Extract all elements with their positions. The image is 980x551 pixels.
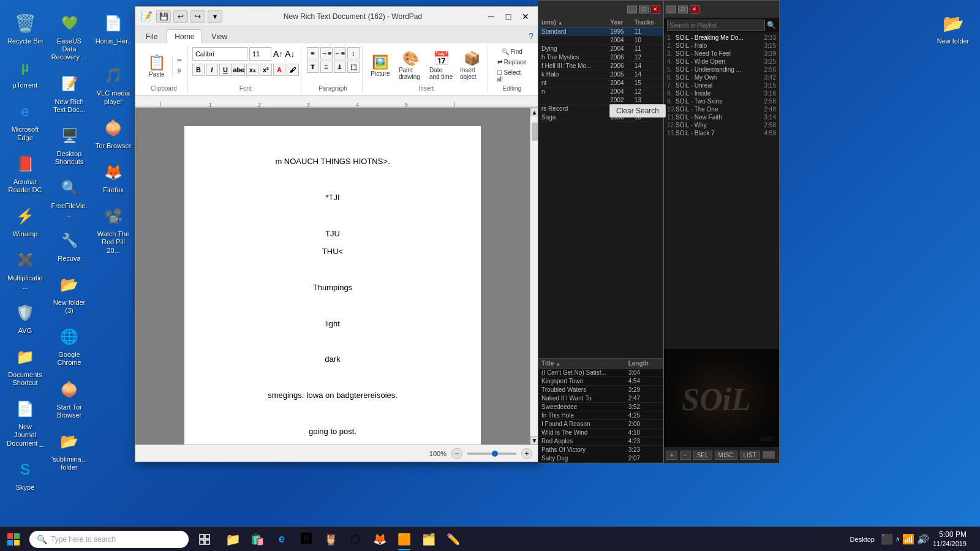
misc-btn[interactable]: MISC — [715, 451, 737, 460]
minimize-button[interactable]: ─ — [483, 10, 499, 23]
bottom-track-row[interactable]: Troubled Waters3:29 — [538, 386, 663, 394]
maximize-button[interactable]: □ — [500, 10, 516, 23]
bottom-track-row[interactable]: Salty Dog2:07 — [538, 454, 663, 463]
playlist-track-item[interactable]: 12.SOiL - Why2:58 — [664, 121, 779, 129]
document-page[interactable]: m NOAUCH THINGS HIOTNS>. *TJI TJU THU< T… — [184, 126, 481, 444]
close-button[interactable]: ✕ — [518, 10, 533, 23]
date-time-button[interactable]: 📅 Date and time — [428, 47, 455, 84]
qat-more-btn[interactable]: ▾ — [208, 10, 222, 23]
playlist-track-item[interactable]: 1.SOiL - Breaking Me Do...2:33 — [664, 34, 779, 42]
align-right-btn[interactable]: ⫫ — [334, 61, 346, 73]
icon-winamp[interactable]: ⚡ Winamp — [4, 200, 46, 242]
playlist-track-item[interactable]: 4.SOiL - Wide Open3:25 — [664, 58, 779, 66]
bottom-track-row[interactable]: I Found A Reason2:00 — [538, 420, 663, 429]
replace-button[interactable]: ⇄ Replace — [495, 58, 529, 67]
indent-decrease-btn[interactable]: ←≡ — [334, 47, 346, 59]
tray-network-icon[interactable]: 📶 — [902, 533, 914, 545]
playlist-track-item[interactable]: 8.SOiL - Inside3:16 — [664, 89, 779, 97]
icon-vlc[interactable]: 🎵 VLC media player — [92, 59, 134, 109]
playlist-track-item[interactable]: 11.SOiL - New Faith3:14 — [664, 113, 779, 121]
year-col-header[interactable]: Year — [607, 18, 631, 28]
justify-btn[interactable]: ⬚ — [347, 61, 360, 73]
tb-wordpad[interactable]: 🟧 — [392, 527, 417, 552]
playlist-track-item[interactable]: 10.SOiL - The One2:48 — [664, 105, 779, 113]
playlist-track-item[interactable]: 6.SOiL - My Own3:42 — [664, 73, 779, 81]
icon-google-chrome[interactable]: 🌐 Google Chrome — [48, 321, 90, 370]
tracks-col-header[interactable]: Tracks — [631, 18, 663, 28]
subscript-button[interactable]: x₂ — [246, 64, 258, 76]
bottom-track-row[interactable]: Kingsport Town4:54 — [538, 377, 663, 386]
ml-minimize-btn[interactable]: _ — [627, 6, 637, 13]
album-table-container[interactable]: ums) ▲ Year Tracks Standard199511200410D… — [538, 18, 663, 358]
length-col-header[interactable]: Length — [625, 359, 663, 369]
superscript-button[interactable]: x² — [260, 64, 272, 76]
tb-wacom[interactable]: ✏️ — [441, 527, 466, 552]
mr-close-btn[interactable]: ✕ — [690, 6, 699, 13]
playlist-track-item[interactable]: 7.SOiL - Unreal3:15 — [664, 81, 779, 89]
album-row[interactable]: k Halo200514 — [538, 70, 663, 79]
icon-tor-browser[interactable]: 🧅 Tor Browser — [92, 112, 134, 154]
desktop-label[interactable]: Desktop — [850, 536, 875, 543]
tb-edge[interactable]: e — [270, 527, 294, 552]
playlist-track-item[interactable]: 5.SOiL - Understanding ...2:56 — [664, 66, 779, 73]
icon-recuva[interactable]: 🔧 Recuva — [48, 225, 90, 266]
remove-btn[interactable]: − — [680, 451, 691, 460]
tb-file-explorer[interactable]: 📁 — [221, 527, 245, 552]
bottom-track-row[interactable]: Wild Is The Wind4:10 — [538, 429, 663, 437]
playlist-search-icon[interactable]: 🔍 — [767, 21, 776, 29]
font-name-input[interactable] — [192, 47, 247, 61]
align-center-btn[interactable]: ≡ — [320, 61, 333, 73]
tb-store[interactable]: 🛍️ — [245, 527, 270, 552]
add-btn[interactable]: + — [666, 451, 677, 460]
album-row[interactable]: 200213 — [538, 96, 663, 105]
bottom-track-row[interactable]: Sweedeedee3:52 — [538, 403, 663, 411]
tab-file[interactable]: File — [138, 29, 165, 43]
italic-button[interactable]: I — [206, 64, 218, 76]
align-left-btn[interactable]: ⫪ — [307, 61, 319, 73]
strikethrough-button[interactable]: abc — [233, 64, 245, 76]
tray-volume-icon[interactable]: 🔊 — [917, 533, 929, 545]
album-row[interactable]: nt200415 — [538, 79, 663, 88]
album-row[interactable]: Dying200411 — [538, 45, 663, 53]
icon-multiplication[interactable]: ✖️ Multiplicatio... — [4, 244, 46, 294]
icon-avg[interactable]: 🛡️ AVG — [4, 297, 46, 339]
icon-easedata[interactable]: 💚 EaseUS Data Recovery ... — [48, 7, 90, 66]
vol-slider[interactable] — [763, 451, 775, 459]
icon-recycle-bin[interactable]: 🗑️ Recycle Bin — [4, 7, 46, 49]
start-button[interactable] — [0, 527, 27, 552]
tb-explorer2[interactable]: 🗂️ — [417, 527, 441, 552]
line-spacing-btn[interactable]: ↕ — [347, 47, 360, 59]
icon-desktop-shortcuts[interactable]: 🖥️ Desktop Shortcuts — [48, 120, 90, 170]
tb-firefox[interactable]: 🦊 — [368, 527, 392, 552]
bottom-track-row[interactable]: In This Hole4:25 — [538, 411, 663, 420]
list-button[interactable]: ≡ — [307, 47, 319, 59]
tray-expand-icon[interactable]: ∧ — [895, 536, 900, 542]
zoom-slider[interactable] — [467, 452, 516, 455]
font-size-input[interactable] — [249, 47, 271, 61]
system-clock[interactable]: 5:00 PM 11/24/2019 — [933, 530, 967, 549]
task-view-button[interactable] — [191, 527, 218, 552]
mr-maximize-btn[interactable]: □ — [678, 6, 688, 13]
document-scroll[interactable]: m NOAUCH THINGS HIOTNS>. *TJI TJU THU< T… — [135, 108, 530, 444]
icon-new-rich-text[interactable]: 📝 New Rich Text Doc... — [48, 68, 90, 118]
tb-origin[interactable]: ⬡ — [343, 527, 368, 552]
ml-maximize-btn[interactable]: □ — [639, 6, 649, 13]
icon-sublimina[interactable]: 📂 'sublimina... folder — [48, 425, 90, 475]
qat-undo-btn[interactable]: ↩ — [173, 10, 188, 23]
tb-amazon[interactable]: 🅰 — [294, 527, 318, 552]
vertical-scrollbar[interactable]: ▲ ▼ — [530, 108, 538, 444]
cut-button[interactable]: ✂ — [175, 56, 184, 65]
playlist-track-item[interactable]: 9.SOiL - Two Skins2:58 — [664, 97, 779, 105]
tray-winstep-icon[interactable]: ⬛ — [881, 533, 893, 545]
icon-utorrent[interactable]: µ µTorrent — [4, 51, 46, 93]
zoom-in-button[interactable]: + — [521, 448, 532, 459]
underline-button[interactable]: U — [219, 64, 232, 76]
qat-redo-btn[interactable]: ↪ — [190, 10, 205, 23]
sel-btn[interactable]: SEL — [693, 451, 712, 460]
playlist-track-list[interactable]: 1.SOiL - Breaking Me Do...2:332.SOiL - H… — [664, 32, 779, 349]
font-grow-btn[interactable]: A↑ — [273, 49, 283, 59]
album-row[interactable]: n200412 — [538, 88, 663, 96]
icon-acrobat[interactable]: 📕 Acrobat Reader DC — [4, 148, 46, 198]
font-shrink-btn[interactable]: A↓ — [285, 49, 295, 59]
help-button[interactable]: ? — [526, 29, 536, 43]
